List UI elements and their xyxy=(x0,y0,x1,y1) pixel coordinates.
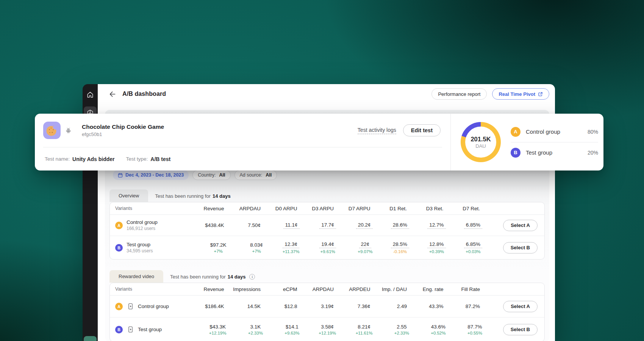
column-header-d7-arpu: D7 ARPU xyxy=(339,206,376,211)
home-icon[interactable] xyxy=(86,91,94,99)
column-header-d1-ret: D1 Ret. xyxy=(376,206,413,211)
legend-label: Control group xyxy=(526,128,560,135)
rewarded-table: Variants Revenue Impressions eCPM ARPDAU… xyxy=(109,283,545,341)
date-range-filter[interactable]: Dec 4, 2023 - Dec 18, 2023 xyxy=(113,170,189,180)
table-cell: 8.21¢+11.61% xyxy=(339,324,376,335)
table-cell: 11.1¢ xyxy=(266,222,303,229)
table-cell: 19.4¢+9.61% xyxy=(303,241,339,254)
tooltip-value[interactable]: 17.7¢ xyxy=(319,222,336,229)
table-cell: 3.58¢+12.19% xyxy=(303,324,339,335)
variant-cell: B Test group xyxy=(115,326,193,333)
column-header-ecpm: eCPM xyxy=(266,286,303,292)
table-cell: 6.85% xyxy=(449,222,486,229)
country-filter[interactable]: Country: All xyxy=(192,170,230,180)
overview-table-header: Variants Revenue ARPDAU D0 ARPU D3 ARPU … xyxy=(110,202,544,215)
info-icon[interactable]: i xyxy=(249,274,255,280)
tooltip-value[interactable]: 6.85% xyxy=(464,222,482,229)
column-header-revenue: Revenue xyxy=(193,286,230,292)
ad-source-filter-value: All xyxy=(266,172,272,178)
performance-report-button[interactable]: Performance report xyxy=(431,88,487,100)
delta-value: +0.03% xyxy=(466,249,480,254)
running-text: Test has been running for xyxy=(155,193,211,199)
variant-a-badge: A xyxy=(115,222,123,229)
table-cell: 28.5%-0.16% xyxy=(376,241,413,254)
table-cell: $12.8 xyxy=(266,303,303,309)
test-meta-row: Test name: Unity Ads bidder Test type: A… xyxy=(35,147,450,170)
table-cell: 12.7% xyxy=(412,222,449,229)
table-cell: 7.36¢ xyxy=(339,303,376,309)
column-header-eng-rate: Eng. rate xyxy=(412,286,449,292)
column-header-imp-dau: Imp. / DAU xyxy=(376,286,413,292)
tooltip-value[interactable]: 12.7% xyxy=(427,222,445,229)
tooltip-value[interactable]: 19.4¢ xyxy=(319,241,336,248)
tab-overview-label: Overview xyxy=(119,193,139,199)
test-activity-logs-link[interactable]: Test activity logs xyxy=(358,127,396,134)
tooltip-value[interactable]: 28.6% xyxy=(391,222,409,229)
test-type-value: A/B test xyxy=(150,156,170,162)
filters-row: Dec 4, 2023 - Dec 18, 2023 Country: All … xyxy=(113,170,545,180)
column-header-arpdau: ARPDAU xyxy=(230,206,266,211)
column-header-arpdau: ARPDAU xyxy=(303,286,339,292)
table-cell: 22¢+9.07% xyxy=(339,241,376,254)
dau-value: 201.5K xyxy=(470,136,491,143)
column-header-fill-rate: Fill Rate xyxy=(449,286,486,292)
game-title: Chocolate Chip Cookie Game xyxy=(82,124,164,130)
legend-row-test: B Test group 20% xyxy=(511,147,598,159)
back-button[interactable] xyxy=(108,89,117,99)
tooltip-value[interactable]: 11.1¢ xyxy=(283,222,300,229)
table-cell: $97.2K+7% xyxy=(193,242,230,253)
table-cell: 14.5K xyxy=(230,303,266,309)
ad-source-filter[interactable]: Ad source: All xyxy=(234,170,277,180)
table-cell: 43.3% xyxy=(412,303,449,309)
delta-value: +11.61% xyxy=(356,331,373,335)
delta-value: +9.63% xyxy=(284,331,299,335)
game-id: efgc50b1 xyxy=(82,131,164,137)
tooltip-value[interactable]: 12.8% xyxy=(427,241,445,248)
sidebar-bottom-app-icon[interactable] xyxy=(84,336,97,341)
real-time-pivot-button[interactable]: Real Time Pivot xyxy=(492,88,549,100)
variant-name: Test group xyxy=(138,327,162,332)
rewarded-tab-row: Rewarded video Test has been running for… xyxy=(109,270,545,283)
tooltip-value[interactable]: 12.3¢ xyxy=(283,241,299,248)
dau-donut-chart: 201.5K DAU xyxy=(461,122,501,162)
variant-cell: A Control group 166,912 users xyxy=(115,219,193,231)
select-b-button[interactable]: Select B xyxy=(503,242,538,253)
delta-value: +12.19% xyxy=(319,331,336,335)
country-filter-value: All xyxy=(219,172,225,178)
select-a-button[interactable]: Select A xyxy=(503,301,538,312)
ad-source-filter-label: Ad source: xyxy=(240,172,263,178)
test-summary-left: Chocolate Chip Cookie Game efgc50b1 Test… xyxy=(35,114,450,170)
tooltip-value[interactable]: 22¢ xyxy=(359,241,372,248)
table-cell: 87.7%+0.55% xyxy=(449,324,486,335)
edit-test-button[interactable]: Edit test xyxy=(403,124,441,136)
tooltip-value[interactable]: 28.5% xyxy=(391,241,409,248)
column-header-revenue: Revenue xyxy=(193,206,230,211)
delta-value: +7% xyxy=(214,249,222,253)
column-header-arpdeu: ARPDEU xyxy=(339,286,376,292)
calendar-icon xyxy=(118,173,123,178)
variant-a-badge: A xyxy=(511,127,521,137)
variant-users: 34,595 users xyxy=(127,248,153,253)
delta-value: +0.55% xyxy=(467,331,482,335)
rewarded-video-icon xyxy=(127,303,134,310)
variant-cell: A Control group xyxy=(115,303,193,310)
tab-overview[interactable]: Overview xyxy=(109,189,148,202)
table-cell: 6.85%+0.03% xyxy=(449,241,486,254)
legend-label: Test group xyxy=(526,149,552,156)
tab-rewarded-video[interactable]: Rewarded video xyxy=(109,270,163,283)
tooltip-value[interactable]: 20.2¢ xyxy=(356,222,373,229)
legend-row-control: A Control group 80% xyxy=(511,126,598,138)
table-cell: 2.49 xyxy=(376,303,413,309)
date-range-label: Dec 4, 2023 - Dec 18, 2023 xyxy=(125,172,184,178)
tooltip-value[interactable]: 6.85% xyxy=(464,241,482,248)
delta-value: +2.33% xyxy=(248,331,263,335)
legend-percentage: 20% xyxy=(588,150,598,156)
legend-percentage: 80% xyxy=(588,129,598,135)
table-cell: 3.1K+2.33% xyxy=(230,324,266,335)
test-summary-card: Chocolate Chip Cookie Game efgc50b1 Test… xyxy=(35,114,603,170)
column-header-impressions: Impressions xyxy=(230,286,266,292)
select-a-button[interactable]: Select A xyxy=(503,220,538,231)
select-b-button[interactable]: Select B xyxy=(503,324,538,335)
column-header-d7-ret: D7 Ret. xyxy=(449,206,486,211)
table-cell: 12.8%+0.39% xyxy=(412,241,449,254)
